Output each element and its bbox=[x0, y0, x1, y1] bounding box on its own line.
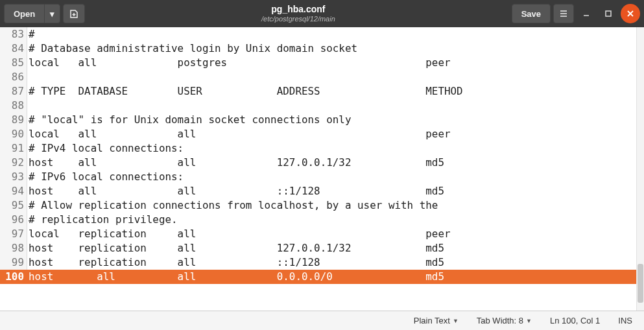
chevron-down-icon: ▼ bbox=[453, 318, 459, 324]
line-content: # replication privilege. bbox=[27, 213, 644, 227]
editor-line[interactable]: 98host replication all 127.0.0.1/32 md5 bbox=[0, 241, 644, 255]
editor-area[interactable]: 83#84# Database administrative login by … bbox=[0, 27, 644, 311]
line-content: local all all peer bbox=[27, 127, 644, 141]
line-content: host all all 0.0.0.0/0 md5 bbox=[27, 270, 644, 284]
editor-line[interactable]: 93# IPv6 local connections: bbox=[0, 170, 644, 184]
editor-line[interactable]: 83# bbox=[0, 27, 644, 41]
hamburger-icon bbox=[559, 9, 568, 18]
line-number: 92 bbox=[0, 156, 27, 170]
editor-line[interactable]: 96# replication privilege. bbox=[0, 213, 644, 227]
editor-line[interactable]: 97local replication all peer bbox=[0, 227, 644, 241]
line-number: 91 bbox=[0, 141, 27, 156]
editor-line[interactable]: 85local all postgres peer bbox=[0, 56, 644, 70]
new-tab-icon bbox=[69, 8, 79, 19]
insert-mode-indicator[interactable]: INS bbox=[618, 316, 632, 325]
editor-line[interactable]: 100host all all 0.0.0.0/0 md5 bbox=[0, 270, 644, 284]
document-path: /etc/postgresql/12/main bbox=[88, 15, 508, 23]
editor-line[interactable]: 89# "local" is for Unix domain socket co… bbox=[0, 113, 644, 127]
line-number: 93 bbox=[0, 170, 27, 184]
save-button[interactable]: Save bbox=[512, 4, 551, 23]
editor-line[interactable]: 99host replication all ::1/128 md5 bbox=[0, 255, 644, 270]
tab-width-label: Tab Width: 8 bbox=[477, 316, 523, 325]
chevron-down-icon: ▾ bbox=[50, 9, 54, 19]
line-number: 90 bbox=[0, 127, 27, 141]
editor-line[interactable]: 90local all all peer bbox=[0, 127, 644, 141]
line-number: 88 bbox=[0, 99, 27, 113]
line-number: 85 bbox=[0, 56, 27, 70]
scrollbar-thumb[interactable] bbox=[638, 264, 643, 303]
editor-line[interactable]: 92host all all 127.0.0.1/32 md5 bbox=[0, 156, 644, 170]
editor-line[interactable]: 91# IPv4 local connections: bbox=[0, 141, 644, 156]
document-title: pg_hba.conf bbox=[88, 4, 508, 15]
line-content: # Database administrative login by Unix … bbox=[27, 41, 644, 56]
line-number: 98 bbox=[0, 241, 27, 255]
editor-line[interactable]: 87# TYPE DATABASE USER ADDRESS METHOD bbox=[0, 84, 644, 99]
title-area: pg_hba.conf /etc/postgresql/12/main bbox=[88, 4, 508, 23]
line-number: 95 bbox=[0, 198, 27, 213]
line-number: 97 bbox=[0, 227, 27, 241]
line-content: # IPv6 local connections: bbox=[27, 170, 644, 184]
line-number: 89 bbox=[0, 113, 27, 127]
statusbar: Plain Text ▼ Tab Width: 8 ▼ Ln 100, Col … bbox=[0, 311, 644, 330]
line-content: host all all ::1/128 md5 bbox=[27, 184, 644, 198]
editor-line[interactable]: 88 bbox=[0, 99, 644, 113]
editor-line[interactable]: 84# Database administrative login by Uni… bbox=[0, 41, 644, 56]
line-number: 84 bbox=[0, 41, 27, 56]
close-button[interactable] bbox=[621, 4, 640, 23]
line-content: local replication all peer bbox=[27, 227, 644, 241]
line-content: # bbox=[27, 27, 644, 41]
minimize-icon bbox=[582, 9, 591, 18]
chevron-down-icon: ▼ bbox=[526, 318, 532, 324]
syntax-mode-label: Plain Text bbox=[414, 316, 450, 325]
line-content: local all postgres peer bbox=[27, 56, 644, 70]
tab-width-selector[interactable]: Tab Width: 8 ▼ bbox=[477, 316, 532, 325]
editor-line[interactable]: 86 bbox=[0, 70, 644, 84]
line-content: # IPv4 local connections: bbox=[27, 141, 644, 156]
line-number: 99 bbox=[0, 255, 27, 270]
titlebar: Open ▾ pg_hba.conf /etc/postgresql/12/ma… bbox=[0, 0, 644, 27]
line-content: # "local" is for Unix domain socket conn… bbox=[27, 113, 644, 127]
minimize-button[interactable] bbox=[577, 4, 596, 23]
line-content: host replication all 127.0.0.1/32 md5 bbox=[27, 241, 644, 255]
line-number: 87 bbox=[0, 84, 27, 99]
line-content: # Allow replication connections from loc… bbox=[27, 198, 644, 213]
editor-line[interactable]: 94host all all ::1/128 md5 bbox=[0, 184, 644, 198]
line-number: 86 bbox=[0, 70, 27, 84]
scrollbar-vertical[interactable] bbox=[636, 27, 644, 311]
line-content: host all all 127.0.0.1/32 md5 bbox=[27, 156, 644, 170]
cursor-position[interactable]: Ln 100, Col 1 bbox=[550, 316, 600, 325]
editor-line[interactable]: 95# Allow replication connections from l… bbox=[0, 198, 644, 213]
menu-button[interactable] bbox=[553, 4, 574, 23]
line-number: 96 bbox=[0, 213, 27, 227]
open-button-group: Open ▾ bbox=[4, 4, 60, 23]
line-number: 100 bbox=[0, 270, 27, 284]
line-content bbox=[27, 99, 644, 113]
line-content: # TYPE DATABASE USER ADDRESS METHOD bbox=[27, 84, 644, 99]
svg-rect-0 bbox=[606, 11, 611, 16]
open-button[interactable]: Open bbox=[4, 4, 44, 23]
maximize-button[interactable] bbox=[599, 4, 618, 23]
maximize-icon bbox=[604, 9, 613, 18]
close-icon bbox=[626, 10, 634, 18]
line-number: 94 bbox=[0, 184, 27, 198]
line-number: 83 bbox=[0, 27, 27, 41]
line-content bbox=[27, 70, 644, 84]
open-recent-dropdown-button[interactable]: ▾ bbox=[44, 4, 60, 23]
syntax-mode-selector[interactable]: Plain Text ▼ bbox=[414, 316, 459, 325]
line-content: host replication all ::1/128 md5 bbox=[27, 255, 644, 270]
new-tab-button[interactable] bbox=[63, 4, 85, 23]
